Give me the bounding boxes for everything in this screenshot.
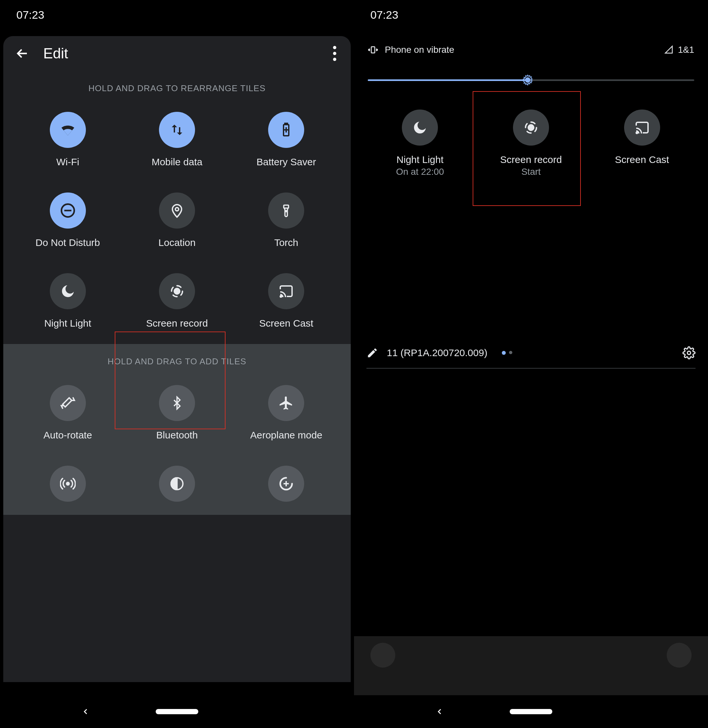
svg-point-13 [687, 351, 691, 355]
tile-screen-record[interactable]: Screen record Start [476, 100, 587, 192]
screen-record-icon [159, 273, 195, 309]
settings-gear-icon[interactable] [682, 346, 696, 359]
status-time: 07:23 [370, 9, 398, 21]
tile-location[interactable]: Location [122, 183, 231, 263]
more-menu-icon[interactable] [333, 46, 336, 61]
page-dot [509, 351, 512, 354]
nav-back-icon[interactable] [435, 707, 444, 716]
tile-label: Aeroplane mode [250, 430, 322, 441]
screen-record-icon [513, 109, 549, 145]
google-app-icon [370, 643, 395, 668]
svg-point-2 [176, 208, 178, 211]
svg-point-6 [280, 296, 281, 297]
tile-wifi[interactable]: Wi-Fi [13, 102, 122, 183]
tile-label: Torch [274, 237, 298, 248]
cast-icon [624, 109, 660, 145]
quick-settings-panel: Phone on vibrate 1&1 Night Light On at 2… [358, 36, 704, 626]
tile-auto-rotate[interactable]: Auto-rotate [13, 375, 122, 456]
tile-screen-cast[interactable]: Screen Cast [586, 100, 698, 192]
svg-point-4 [286, 211, 287, 212]
add-tiles-section: HOLD AND DRAG TO ADD TILES Auto-rotate B… [3, 344, 351, 515]
aeroplane-icon [268, 385, 304, 421]
cast-icon [268, 273, 304, 309]
nav-home-pill[interactable] [156, 709, 198, 714]
location-icon [159, 192, 195, 228]
dnd-icon [50, 192, 86, 228]
status-bar: 07:23 [354, 0, 708, 29]
wifi-icon [50, 112, 86, 148]
tile-label: Night Light [44, 318, 91, 329]
svg-point-11 [528, 125, 534, 131]
tile-label: Screen record [500, 154, 562, 165]
rearrange-section-label: HOLD AND DRAG TO REARRANGE TILES [3, 71, 351, 102]
footer-divider [366, 368, 696, 369]
phone-right-quick-settings: 07:23 Phone on vibrate 1&1 [354, 0, 708, 728]
tile-label: Wi-Fi [57, 156, 79, 167]
svg-point-12 [636, 132, 637, 134]
phone-left-edit-tiles: 07:23 Edit HOLD AND DRAG TO REARRANGE TI… [0, 0, 354, 728]
tile-label: Screen Cast [259, 318, 313, 329]
mobile-data-icon [159, 112, 195, 148]
home-background [354, 636, 708, 695]
tile-bluetooth[interactable]: Bluetooth [122, 375, 231, 456]
qs-footer: 11 (RP1A.200720.009) [358, 336, 704, 366]
edit-header: Edit [3, 36, 351, 71]
svg-point-7 [67, 482, 69, 485]
signal-icon [664, 45, 674, 55]
back-arrow-icon[interactable] [15, 46, 30, 61]
torch-icon [268, 192, 304, 228]
auto-rotate-icon [50, 385, 86, 421]
nav-bar [0, 695, 354, 728]
page-title: Edit [43, 45, 320, 62]
tile-sublabel: On at 22:00 [396, 167, 444, 177]
status-bar: 07:23 [0, 0, 354, 29]
qs-tiles-grid: Night Light On at 22:00 Screen record St… [358, 90, 704, 215]
tile-aeroplane-mode[interactable]: Aeroplane mode [232, 375, 341, 456]
tile-data-saver[interactable] [232, 456, 341, 502]
tile-dnd[interactable]: Do Not Disturb [13, 183, 122, 263]
nav-back-icon[interactable] [81, 707, 90, 716]
ringer-mode-label: Phone on vibrate [385, 45, 454, 55]
add-section-label: HOLD AND DRAG TO ADD TILES [3, 344, 351, 375]
night-light-icon [402, 109, 438, 145]
tile-battery-saver[interactable]: Battery Saver [232, 102, 341, 183]
tile-label: Screen record [146, 318, 208, 329]
svg-point-10 [525, 78, 530, 83]
night-light-icon [50, 273, 86, 309]
brightness-thumb-icon[interactable] [522, 74, 534, 86]
bluetooth-icon [159, 385, 195, 421]
data-saver-icon [268, 466, 304, 502]
nav-bar [354, 695, 708, 728]
tile-mobile-data[interactable]: Mobile data [122, 102, 231, 183]
edit-pencil-icon[interactable] [366, 347, 378, 359]
edit-panel: Edit HOLD AND DRAG TO REARRANGE TILES Wi… [3, 36, 351, 682]
status-time: 07:23 [16, 9, 44, 21]
dark-theme-icon [159, 466, 195, 502]
tile-label: Location [158, 237, 195, 248]
tile-label: Battery Saver [256, 156, 316, 167]
brightness-slider[interactable] [368, 73, 694, 87]
carrier-label: 1&1 [678, 45, 694, 55]
tile-label: Bluetooth [156, 430, 198, 441]
add-tiles-grid: Auto-rotate Bluetooth Aeroplane mode [3, 375, 351, 502]
assistant-app-icon [667, 643, 692, 668]
page-dot [502, 351, 506, 355]
nav-home-pill[interactable] [510, 709, 552, 714]
hotspot-icon [50, 466, 86, 502]
tile-label: Screen Cast [615, 154, 669, 165]
tile-label: Night Light [397, 154, 444, 165]
tile-screen-record[interactable]: Screen record [122, 263, 231, 344]
svg-rect-9 [371, 47, 375, 53]
tile-night-light[interactable]: Night Light On at 22:00 [364, 100, 476, 192]
svg-point-5 [174, 289, 180, 294]
svg-rect-3 [284, 205, 289, 208]
tile-torch[interactable]: Torch [232, 183, 341, 263]
tile-label: Mobile data [151, 156, 202, 167]
tile-hotspot[interactable] [13, 456, 122, 502]
qs-status-row: Phone on vibrate 1&1 [358, 36, 704, 62]
tile-screen-cast[interactable]: Screen Cast [232, 263, 341, 344]
tile-dark-theme[interactable] [122, 456, 231, 502]
tile-label: Do Not Disturb [35, 237, 100, 248]
build-label: 11 (RP1A.200720.009) [387, 347, 487, 359]
tile-night-light[interactable]: Night Light [13, 263, 122, 344]
